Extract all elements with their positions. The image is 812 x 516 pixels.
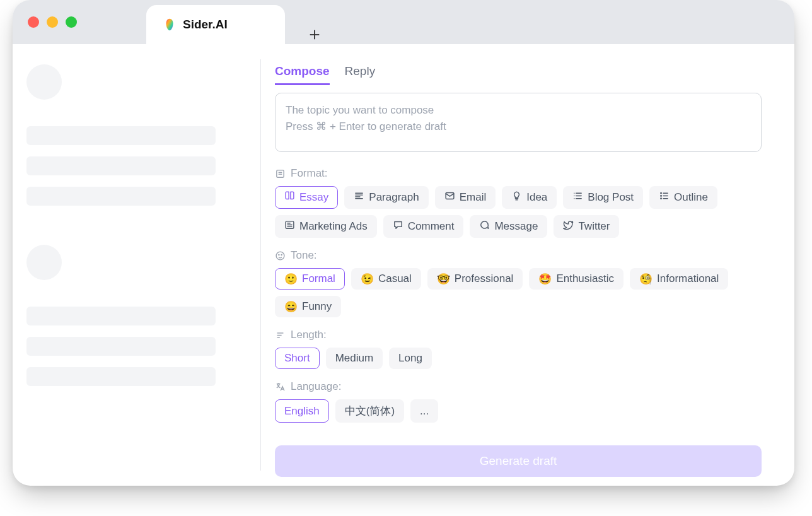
format-option-paragraph[interactable]: Paragraph xyxy=(344,186,428,209)
list-col-icon xyxy=(572,191,583,204)
tone-emoji-icon: 🤩 xyxy=(538,274,552,284)
length-label: Length: xyxy=(275,329,762,341)
generate-draft-button[interactable]: Generate draft xyxy=(275,445,762,477)
tone-option-professional[interactable]: 🤓Professional xyxy=(427,268,523,290)
language-option-item[interactable]: ... xyxy=(410,399,438,423)
compose-panel: Compose Reply The topic you want to comp… xyxy=(249,44,794,486)
format-option-label: Twitter xyxy=(578,220,610,233)
placeholder-avatar xyxy=(26,245,62,280)
format-option-marketing-ads[interactable]: Marketing Ads xyxy=(275,215,377,238)
svg-point-17 xyxy=(661,196,661,196)
sider-logo-icon xyxy=(163,18,177,32)
browser-tab-sider[interactable]: Sider.AI xyxy=(146,5,285,44)
paragraph-icon xyxy=(354,191,364,204)
format-option-label: Paragraph xyxy=(369,191,419,204)
tone-option-informational[interactable]: 🧐Informational xyxy=(630,268,728,290)
browser-tabs: Sider.AI xyxy=(146,0,324,44)
format-option-idea[interactable]: Idea xyxy=(502,186,557,209)
newspaper-icon xyxy=(284,220,295,233)
browser-window: Sider.AI xyxy=(13,0,794,486)
tone-options: 🙂Formal😉Casual🤓Professional🤩Enthusiastic… xyxy=(275,268,762,317)
format-option-label: Comment xyxy=(408,220,455,233)
placeholder-line xyxy=(26,126,216,145)
tone-option-enthusiastic[interactable]: 🤩Enthusiastic xyxy=(529,268,624,290)
language-option-english[interactable]: English xyxy=(275,399,329,423)
close-window-button[interactable] xyxy=(28,16,39,28)
maximize-window-button[interactable] xyxy=(66,16,77,28)
format-option-essay[interactable]: Essay xyxy=(275,186,338,209)
tone-label: Tone: xyxy=(275,249,762,262)
tone-emoji-icon: 🙂 xyxy=(284,274,298,284)
length-options: ShortMediumLong xyxy=(275,348,762,369)
mail-icon xyxy=(444,191,455,204)
svg-point-28 xyxy=(281,254,282,255)
format-option-label: Essay xyxy=(299,191,328,204)
tab-reply[interactable]: Reply xyxy=(345,64,376,85)
twitter-icon xyxy=(563,220,574,233)
placeholder-line xyxy=(26,367,216,386)
tone-option-label: Funny xyxy=(302,300,332,313)
tone-option-label: Formal xyxy=(302,273,335,285)
format-label: Format: xyxy=(275,167,762,180)
format-icon xyxy=(275,168,286,179)
placeholder-line xyxy=(26,307,216,325)
format-option-comment[interactable]: Comment xyxy=(383,215,464,238)
length-option-medium[interactable]: Medium xyxy=(326,348,383,369)
language-options: English中文(简体)... xyxy=(275,399,762,423)
language-option-item[interactable]: 中文(简体) xyxy=(335,399,404,423)
tone-option-casual[interactable]: 😉Casual xyxy=(351,268,421,290)
format-option-label: Message xyxy=(494,220,538,233)
tone-icon xyxy=(275,250,286,261)
placeholder-line xyxy=(26,156,216,175)
new-tab-button[interactable] xyxy=(305,25,324,44)
length-option-long[interactable]: Long xyxy=(389,348,432,369)
titlebar: Sider.AI xyxy=(13,0,794,44)
svg-point-26 xyxy=(276,252,284,260)
chat-icon xyxy=(479,220,490,233)
window-controls xyxy=(28,16,77,28)
tone-option-formal[interactable]: 🙂Formal xyxy=(275,268,345,290)
tone-option-label: Informational xyxy=(657,273,719,285)
app-body: Compose Reply The topic you want to comp… xyxy=(13,44,794,486)
tone-option-label: Enthusiastic xyxy=(556,273,614,285)
tone-emoji-icon: 😄 xyxy=(284,302,298,312)
format-option-label: Blog Post xyxy=(588,191,634,204)
tone-option-funny[interactable]: 😄Funny xyxy=(275,296,341,317)
format-option-label: Marketing Ads xyxy=(299,220,368,233)
format-option-email[interactable]: Email xyxy=(435,186,496,209)
placeholder-line xyxy=(26,337,216,356)
comment-icon xyxy=(393,220,403,233)
format-option-twitter[interactable]: Twitter xyxy=(554,215,619,238)
topic-placeholder-line1: The topic you want to compose xyxy=(286,102,751,119)
tone-emoji-icon: 😉 xyxy=(361,274,374,284)
list-icon xyxy=(659,191,670,204)
language-icon xyxy=(275,382,286,392)
placeholder-avatar xyxy=(26,64,62,100)
browser-tab-title: Sider.AI xyxy=(183,18,228,32)
format-option-message[interactable]: Message xyxy=(470,215,547,238)
format-option-label: Email xyxy=(460,191,487,204)
placeholder-line xyxy=(26,187,216,206)
tone-emoji-icon: 🤓 xyxy=(437,274,450,284)
language-label: Language: xyxy=(275,380,762,393)
bulb-icon xyxy=(511,191,522,204)
plus-icon xyxy=(308,28,322,42)
length-option-short[interactable]: Short xyxy=(275,348,320,369)
format-options: EssayParagraphEmailIdeaBlog PostOutlineM… xyxy=(275,186,762,238)
book-icon xyxy=(284,191,295,204)
tone-option-label: Casual xyxy=(378,273,412,285)
tone-option-label: Professional xyxy=(455,273,514,285)
minimize-window-button[interactable] xyxy=(47,16,58,28)
sidebar xyxy=(13,44,249,486)
tab-compose[interactable]: Compose xyxy=(275,64,330,85)
format-option-outline[interactable]: Outline xyxy=(649,186,717,209)
svg-point-18 xyxy=(661,198,661,199)
length-icon xyxy=(275,330,286,341)
format-option-blog-post[interactable]: Blog Post xyxy=(563,186,643,209)
svg-point-16 xyxy=(661,193,661,194)
svg-point-27 xyxy=(279,254,279,255)
format-option-label: Idea xyxy=(526,191,547,204)
topic-input[interactable]: The topic you want to compose Press ⌘ + … xyxy=(275,93,762,152)
topic-placeholder-line2: Press ⌘ + Enter to generate draft xyxy=(286,119,751,135)
tone-emoji-icon: 🧐 xyxy=(639,274,652,284)
